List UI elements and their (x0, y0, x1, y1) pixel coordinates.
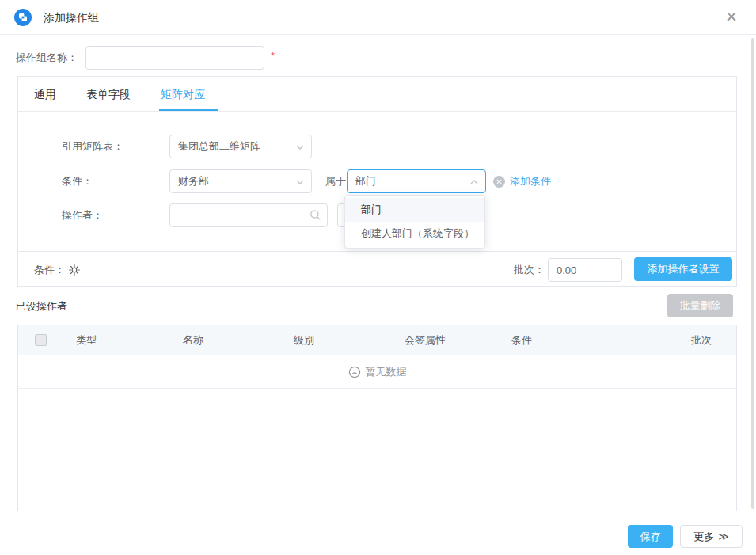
table-header-row: 类型 名称 级别 会签属性 条件 批次 (18, 325, 736, 355)
batch-input[interactable] (548, 258, 622, 282)
condition-value: 财务部 (178, 175, 209, 187)
operator-search (169, 203, 328, 227)
add-operation-group-dialog: 添加操作组 ✕ 操作组名称： * 通用 表单字段 矩阵对应 引用矩阵表： 集团总… (0, 0, 756, 555)
empty-state: 暂无数据 (18, 355, 736, 389)
chevron-up-icon (470, 180, 478, 184)
tab-matrix-mapping[interactable]: 矩阵对应 (161, 77, 205, 111)
group-name-input[interactable] (85, 46, 264, 70)
footer-divider (0, 511, 756, 511)
operators-table: 类型 名称 级别 会签属性 条件 批次 暂无数据 (17, 325, 737, 511)
operator-label: 操作者： (62, 203, 103, 227)
close-icon[interactable]: ✕ (723, 9, 740, 26)
dialog-title: 添加操作组 (44, 0, 99, 35)
matrix-table-select[interactable]: 集团总部二维矩阵 (169, 135, 312, 158)
belong-dropdown-panel: 部门 创建人部门（系统字段） (344, 195, 485, 249)
matrix-table-value: 集团总部二维矩阵 (178, 140, 260, 152)
col-condition: 条件 (498, 333, 657, 348)
frown-circle-icon (348, 366, 361, 378)
required-asterisk: * (271, 50, 275, 62)
remove-circle-icon[interactable]: ✕ (493, 176, 505, 188)
col-level: 级别 (280, 333, 391, 348)
set-operators-title: 已设操作者 (16, 295, 67, 318)
matrix-config-panel: 通用 表单字段 矩阵对应 引用矩阵表： 集团总部二维矩阵 条件： 财务部 属于 … (17, 76, 737, 287)
col-countersign: 会签属性 (391, 333, 498, 348)
chevron-down-icon (296, 145, 304, 150)
belong-select[interactable]: 部门 (347, 169, 486, 193)
operator-search-input[interactable] (169, 203, 328, 227)
gear-icon[interactable] (68, 264, 81, 276)
more-button-label: 更多 (693, 530, 714, 542)
select-all-checkbox[interactable] (35, 334, 47, 346)
batch-delete-button[interactable]: 批量删除 (667, 294, 733, 317)
tab-form-fields[interactable]: 表单字段 (86, 77, 131, 111)
tab-bar: 通用 表单字段 矩阵对应 (18, 77, 736, 112)
col-batch: 批次 (657, 333, 736, 348)
empty-text: 暂无数据 (366, 365, 407, 379)
scrollbar[interactable] (751, 38, 754, 509)
batch-label: 批次： (514, 252, 545, 287)
save-button[interactable]: 保存 (628, 525, 673, 548)
tab-general[interactable]: 通用 (34, 77, 56, 111)
operator-settings-row: 条件： 批次： 添加操作者设置 (18, 251, 736, 287)
col-name: 名称 (169, 333, 280, 348)
condition-select[interactable]: 财务部 (169, 169, 312, 193)
settings-condition: 条件： (34, 252, 81, 287)
group-icon (14, 9, 32, 26)
chevron-down-icon (296, 180, 304, 184)
group-name-row: 操作组名称： * (16, 46, 275, 70)
more-button[interactable]: 更多≫ (680, 525, 743, 548)
condition-label: 条件： (62, 169, 93, 193)
dialog-header: 添加操作组 ✕ (0, 0, 756, 35)
dropdown-option-creator-department[interactable]: 创建人部门（系统字段） (345, 222, 484, 245)
col-type: 类型 (63, 333, 169, 348)
dropdown-option-department[interactable]: 部门 (345, 198, 484, 222)
settings-condition-label: 条件： (34, 263, 65, 277)
matrix-table-label: 引用矩阵表： (62, 135, 123, 158)
search-icon (310, 209, 321, 221)
group-name-label: 操作组名称： (16, 51, 85, 65)
add-condition-link[interactable]: 添加条件 (510, 169, 551, 193)
belong-label: 属于 (325, 169, 346, 193)
add-operator-settings-button[interactable]: 添加操作者设置 (634, 257, 732, 281)
belong-value: 部门 (355, 175, 376, 187)
double-chevron-right-icon: ≫ (718, 530, 729, 542)
